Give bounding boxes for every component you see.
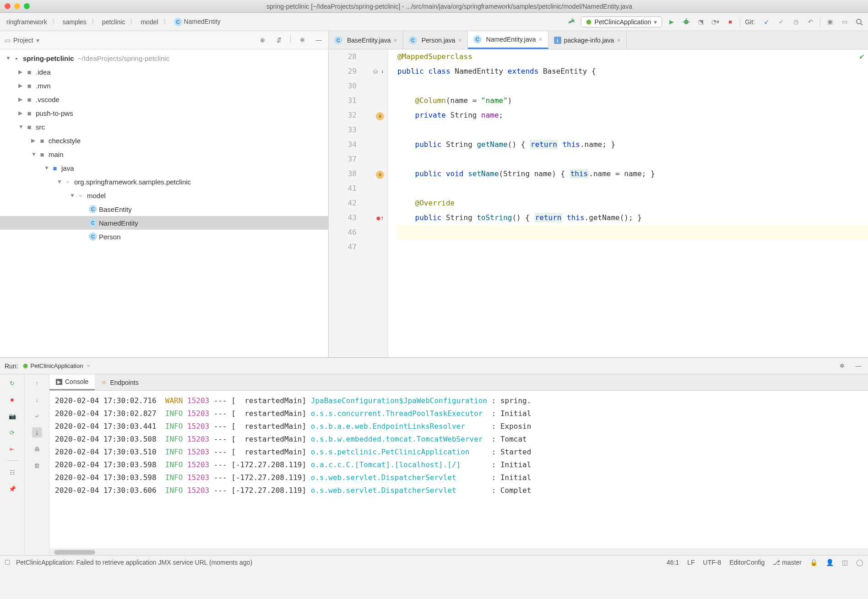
- code-area[interactable]: @MappedSuperclass public class NamedEnti…: [388, 49, 868, 357]
- accessor-marker-icon[interactable]: a: [376, 112, 384, 120]
- tree-row[interactable]: ▶■push-to-pws: [0, 106, 328, 120]
- tree-row[interactable]: ▼▪spring-petclinic~/IdeaProjects/spring-…: [0, 51, 328, 65]
- close-tab-icon[interactable]: ×: [458, 37, 462, 44]
- tree-row[interactable]: ▼▫org.springframework.samples.petclinic: [0, 175, 328, 189]
- search-icon[interactable]: ◯: [856, 559, 863, 566]
- soft-wrap-button[interactable]: ⤶: [32, 411, 42, 421]
- tree-arrow-icon[interactable]: ▼: [57, 178, 63, 185]
- close-tab-icon[interactable]: ×: [617, 37, 620, 44]
- tree-arrow-icon[interactable]: ▶: [18, 69, 25, 75]
- build-button[interactable]: [566, 17, 576, 27]
- git-update-button[interactable]: ↙: [761, 17, 771, 27]
- search-everywhere-button[interactable]: [854, 17, 864, 27]
- scroll-to-end-button[interactable]: ⤓: [32, 427, 42, 437]
- rerun-button[interactable]: ↻: [7, 378, 17, 388]
- hide-panel-button[interactable]: —: [853, 361, 863, 371]
- scroll-up-button[interactable]: ↑: [32, 378, 42, 388]
- run-config-name[interactable]: PetClinicApplication: [31, 362, 83, 369]
- print-button[interactable]: 🖶: [32, 444, 42, 454]
- jpa-marker-icon[interactable]: ⛁ ⬇: [373, 69, 384, 75]
- locate-file-button[interactable]: ⊕: [257, 35, 267, 45]
- close-icon[interactable]: ×: [87, 362, 90, 369]
- run-config-selector[interactable]: ⬢ PetClinicApplication ▾: [581, 16, 662, 27]
- tree-row[interactable]: ▶■.mvn: [0, 79, 328, 92]
- tree-arrow-icon[interactable]: ▼: [5, 55, 12, 61]
- breadcrumb-item[interactable]: CNamedEntity: [171, 17, 223, 27]
- hide-panel-button[interactable]: —: [314, 35, 324, 45]
- git-rollback-button[interactable]: ↶: [805, 17, 815, 27]
- project-panel-title[interactable]: Project: [13, 37, 33, 44]
- memory-icon[interactable]: ◫: [842, 559, 848, 566]
- tree-row[interactable]: ▼▫model: [0, 189, 328, 202]
- editor-tab[interactable]: CBaseEntity.java×: [329, 31, 403, 49]
- caret-position[interactable]: 46:1: [667, 559, 679, 566]
- endpoints-tab[interactable]: ⚛ Endpoints: [95, 374, 145, 390]
- tree-arrow-icon[interactable]: ▼: [70, 192, 76, 199]
- close-tab-icon[interactable]: ×: [393, 37, 397, 44]
- breadcrumb-item[interactable]: ringframework: [4, 17, 50, 27]
- tree-arrow-icon[interactable]: ▶: [18, 110, 25, 116]
- expand-all-button[interactable]: ⇵: [274, 35, 284, 45]
- stop-button[interactable]: ■: [725, 17, 735, 27]
- editor-tab[interactable]: CPerson.java×: [403, 31, 468, 49]
- chevron-down-icon[interactable]: ▾: [36, 37, 39, 44]
- layout-button[interactable]: ☷: [7, 467, 17, 477]
- tree-row[interactable]: ▼■java: [0, 161, 328, 175]
- exit-button[interactable]: ⇤: [7, 444, 17, 454]
- lock-icon[interactable]: 🔒: [810, 559, 818, 566]
- breadcrumb-item[interactable]: samples: [60, 17, 89, 27]
- accessor-marker-icon[interactable]: a: [376, 171, 384, 179]
- editor-tab[interactable]: jpackage-info.java×: [548, 31, 627, 49]
- horizontal-scrollbar[interactable]: [49, 549, 868, 555]
- tree-arrow-icon[interactable]: ▼: [44, 165, 50, 171]
- scroll-down-button[interactable]: ↓: [32, 394, 42, 405]
- project-tree[interactable]: ▼▪spring-petclinic~/IdeaProjects/spring-…: [0, 49, 328, 357]
- profile-button[interactable]: ◔▾: [711, 17, 721, 27]
- clear-button[interactable]: 🗑: [32, 460, 42, 470]
- scrollbar-thumb[interactable]: [54, 550, 95, 555]
- gutter[interactable]: 2829303132333437384142434647 ⛁ ⬇aa●↑: [329, 49, 388, 357]
- tool-windows-button[interactable]: ☐: [5, 559, 11, 566]
- tree-arrow-icon[interactable]: ▶: [31, 137, 38, 144]
- dump-threads-button[interactable]: 📷: [7, 411, 17, 421]
- breadcrumb-item[interactable]: model: [138, 17, 161, 27]
- git-history-button[interactable]: ◷: [791, 17, 801, 27]
- tree-row[interactable]: ▼■src: [0, 120, 328, 134]
- tree-row[interactable]: ▶■.idea: [0, 65, 328, 79]
- ide-settings-button[interactable]: ▭: [840, 17, 850, 27]
- editor-tab[interactable]: CNamedEntity.java×: [468, 31, 548, 49]
- git-commit-button[interactable]: ✓: [776, 17, 786, 27]
- editor-body[interactable]: ✔ 2829303132333437384142434647 ⛁ ⬇aa●↑ @…: [329, 49, 868, 357]
- minimize-window-button[interactable]: [14, 3, 20, 9]
- console-output[interactable]: 2020-02-04 17:30:02.716 WARN 15203 --- […: [49, 391, 868, 549]
- coverage-button[interactable]: ⬔: [696, 17, 706, 27]
- close-tab-icon[interactable]: ×: [538, 36, 542, 43]
- fullscreen-window-button[interactable]: [24, 3, 30, 9]
- breadcrumb-item[interactable]: petclinic: [99, 17, 128, 27]
- tree-arrow-icon[interactable]: ▶: [18, 82, 25, 89]
- tree-arrow-icon[interactable]: ▼: [31, 151, 38, 157]
- tree-row[interactable]: CNamedEntity: [0, 216, 328, 230]
- close-window-button[interactable]: [5, 3, 11, 9]
- project-structure-button[interactable]: ▣: [825, 17, 835, 27]
- status-message[interactable]: PetClinicApplication: Failed to retrieve…: [16, 559, 252, 566]
- update-app-button[interactable]: ⟳: [7, 427, 17, 437]
- debug-button[interactable]: [681, 17, 691, 27]
- stop-button[interactable]: ■: [7, 394, 17, 405]
- tree-arrow-icon[interactable]: ▼: [18, 124, 25, 130]
- override-marker-icon[interactable]: ●↑: [376, 214, 384, 221]
- settings-button[interactable]: ✲: [837, 361, 847, 371]
- tree-row[interactable]: ▼■main: [0, 147, 328, 161]
- settings-button[interactable]: ✲: [297, 35, 307, 45]
- tree-row[interactable]: CPerson: [0, 230, 328, 243]
- line-separator[interactable]: LF: [687, 559, 694, 566]
- tree-arrow-icon[interactable]: ▶: [18, 96, 25, 103]
- tree-row[interactable]: ▶■.vscode: [0, 92, 328, 106]
- encoding[interactable]: UTF-8: [703, 559, 722, 566]
- tree-row[interactable]: CBaseEntity: [0, 202, 328, 216]
- git-branch-indicator[interactable]: ⎇ master: [773, 559, 802, 566]
- tree-row[interactable]: ▶■checkstyle: [0, 134, 328, 147]
- run-button[interactable]: ▶: [667, 17, 677, 27]
- inspector-icon[interactable]: 👤: [826, 559, 834, 566]
- pin-button[interactable]: 📌: [7, 484, 17, 494]
